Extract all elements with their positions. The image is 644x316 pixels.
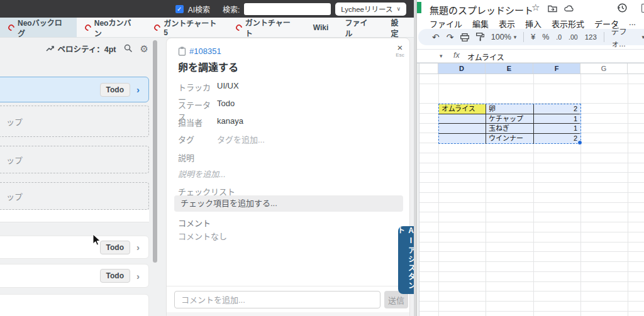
chevron-right-icon[interactable]: › xyxy=(136,271,140,281)
move-folder-icon[interactable] xyxy=(548,4,557,13)
formula-value[interactable]: オムライス xyxy=(467,52,504,62)
decrease-decimal-button[interactable]: .0 xyxy=(556,33,562,41)
increase-decimal-button[interactable]: .00 xyxy=(569,33,578,41)
velocity-indicator: ベロシティ：4pt xyxy=(46,43,116,55)
history-icon[interactable] xyxy=(617,3,628,13)
comment-icon-partial[interactable] xyxy=(641,4,644,13)
column-header-partial[interactable] xyxy=(628,63,644,74)
topbar: ✓ AI検索 検索: Lycheeリリース ∨ xyxy=(0,0,414,18)
drop-zone[interactable]: ップ xyxy=(0,182,149,210)
backlog-card-selected[interactable]: Todo › xyxy=(0,77,149,102)
backlog-card-partial[interactable] xyxy=(0,294,149,316)
cell-f[interactable]: 2 xyxy=(534,134,580,144)
section-divider xyxy=(0,210,149,222)
comment-input[interactable] xyxy=(174,291,380,308)
number-format-button[interactable]: 123 xyxy=(585,33,597,41)
trend-icon xyxy=(46,45,55,52)
ai-assistant-tab[interactable]: AIアシスタント xyxy=(398,226,414,294)
backlog-card[interactable]: Todo › xyxy=(0,264,149,288)
cell-e[interactable]: ウインナー xyxy=(486,134,534,144)
chevron-right-icon[interactable]: › xyxy=(136,84,140,95)
cell-f[interactable]: 2 xyxy=(534,104,580,114)
cell-f[interactable]: 1 xyxy=(534,114,580,124)
fill-handle[interactable] xyxy=(577,140,582,145)
cell-d[interactable] xyxy=(439,114,486,124)
tab-label: ガントチャート xyxy=(245,17,297,38)
issue-detail-panel: #108351 × Esc 卵を調達する トラッカー UI/UX ステータス T… xyxy=(166,38,410,316)
cell-d[interactable] xyxy=(439,124,486,134)
status-badge[interactable]: Todo xyxy=(100,241,130,254)
release-dropdown[interactable]: Lycheeリリース ∨ xyxy=(335,3,406,16)
menu-edit[interactable]: 編集 xyxy=(472,18,489,30)
print-icon[interactable] xyxy=(460,33,469,41)
close-button[interactable]: × Esc xyxy=(392,43,408,58)
menu-format[interactable]: 表示形式 xyxy=(552,18,584,30)
cell-f[interactable]: 1 xyxy=(534,124,580,134)
gear-icon[interactable]: ⚙ xyxy=(140,44,148,53)
comments-label: コメント xyxy=(178,217,211,229)
currency-format-button[interactable]: ¥ xyxy=(531,33,535,41)
tab-gantt[interactable]: ガントチャート xyxy=(228,18,305,37)
scrollbar[interactable] xyxy=(153,40,157,263)
tab-label: Wiki xyxy=(313,23,329,32)
chevron-right-icon[interactable]: › xyxy=(136,242,140,253)
field-value[interactable]: kanaya xyxy=(217,116,243,128)
cell-e[interactable]: 卵 xyxy=(486,104,534,114)
field-row-tags: タグ タグを追加... xyxy=(178,133,265,145)
ai-search-label: AI検索 xyxy=(188,4,210,14)
tab-settings[interactable]: 設定 xyxy=(382,18,414,37)
search-label: 検索: xyxy=(223,4,240,14)
column-header-e[interactable]: E xyxy=(486,63,533,74)
issue-id-link[interactable]: #108351 xyxy=(189,46,221,56)
sheets-logo-icon xyxy=(417,2,421,13)
undo-icon[interactable]: ↶ xyxy=(432,33,440,41)
menu-insert[interactable]: 挿入 xyxy=(525,18,541,30)
tab-wiki[interactable]: Wiki xyxy=(305,18,337,37)
drop-zone[interactable]: ップ xyxy=(0,146,149,173)
chevron-down-icon: ▾ xyxy=(641,34,644,40)
description-placeholder[interactable]: 説明を追加... xyxy=(178,168,226,180)
chevron-down-icon: ∨ xyxy=(396,6,401,12)
release-dropdown-label: Lycheeリリース xyxy=(341,4,392,14)
cell-d-omuraisu[interactable]: オムライス xyxy=(439,104,486,114)
redo-icon[interactable]: ↷ xyxy=(447,33,454,41)
font-select[interactable]: デフォ... ▾ xyxy=(611,25,644,49)
selected-range[interactable]: オムライス 卵 2 ケチャップ 1 玉ねぎ 1 ウインナー 2 xyxy=(438,104,581,144)
column-header-g[interactable]: G xyxy=(580,63,628,74)
drop-zone[interactable]: ップ xyxy=(0,106,149,137)
checklist-add-input[interactable]: チェック項目を追加する... xyxy=(174,195,403,212)
search-icon[interactable] xyxy=(124,44,133,53)
status-badge[interactable]: Todo xyxy=(100,83,130,97)
star-icon[interactable]: ☆ xyxy=(531,2,540,13)
search-input[interactable] xyxy=(244,3,331,15)
cell-d[interactable] xyxy=(439,134,486,144)
percent-format-button[interactable]: % xyxy=(542,33,549,41)
sheet-grid[interactable]: オムライス 卵 2 ケチャップ 1 玉ねぎ 1 ウインナー 2 xyxy=(417,74,644,316)
column-header-f[interactable]: F xyxy=(533,63,580,74)
tab-files[interactable]: ファイル xyxy=(336,18,382,37)
font-name: デフォ... xyxy=(611,25,640,49)
column-header-d[interactable]: D xyxy=(438,63,486,74)
tab-gantt-5[interactable]: ガントチャート5 xyxy=(146,18,228,37)
lychee-icon xyxy=(7,23,16,31)
ai-search-checkbox[interactable]: ✓ xyxy=(175,5,184,13)
cell-e[interactable]: 玉ねぎ xyxy=(486,124,534,134)
chevron-down-icon: ▾ xyxy=(514,34,517,40)
menu-view[interactable]: 表示 xyxy=(499,18,515,30)
tab-label: ガントチャート5 xyxy=(164,18,219,37)
cloud-status-icon[interactable] xyxy=(564,4,574,12)
drop-zone-label: ップ xyxy=(6,190,23,202)
spreadsheet-title[interactable]: 無題のスプレッドシート xyxy=(430,3,533,16)
status-badge[interactable]: Todo xyxy=(100,269,130,283)
tab-neo-kanban[interactable]: Neoカンバン xyxy=(77,18,147,37)
tags-placeholder[interactable]: タグを追加... xyxy=(217,133,265,145)
menu-file[interactable]: ファイル xyxy=(430,18,462,30)
tab-neo-backlog[interactable]: Neoバックログ xyxy=(0,18,77,37)
name-box-caret-icon[interactable]: ▾ xyxy=(440,53,443,59)
column-header-partial[interactable] xyxy=(419,63,438,74)
backlog-card[interactable]: Todo › xyxy=(0,236,149,259)
zoom-control[interactable]: 100% ▾ xyxy=(491,33,517,41)
paint-format-icon[interactable] xyxy=(476,33,484,41)
issue-title: 卵を調達する xyxy=(178,59,238,74)
cell-e[interactable]: ケチャップ xyxy=(486,114,534,124)
